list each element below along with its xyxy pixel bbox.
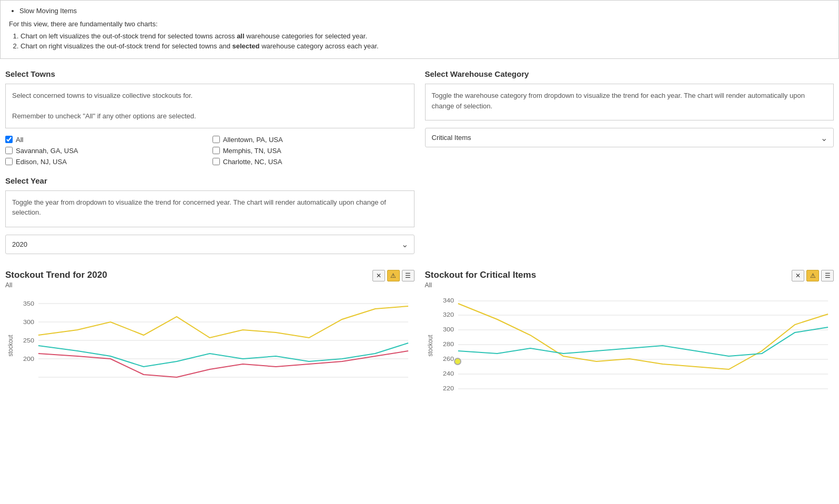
year-desc: Toggle the year from dropdown to visuali… (12, 197, 408, 218)
checkbox-memphis-label[interactable]: Memphis, TN, USA (223, 147, 281, 155)
svg-text:340: 340 (442, 297, 453, 304)
select-year-title: Select Year (5, 176, 415, 185)
svg-text:280: 280 (442, 340, 453, 347)
checkbox-charlotte[interactable] (213, 158, 220, 165)
checkbox-edison[interactable] (5, 158, 13, 165)
checkbox-edison-label[interactable]: Edison, NJ, USA (16, 158, 67, 166)
select-year-info: Toggle the year from dropdown to visuali… (5, 190, 415, 227)
checkbox-allentown-label[interactable]: Allentown, PA, USA (223, 136, 283, 144)
info-chart2: Chart on right visualizes the out-of-sto… (21, 42, 830, 50)
right-chart-icons: ✕ ⚠ ☰ (792, 270, 834, 281)
checkbox-item-all[interactable]: All (5, 136, 207, 144)
checkbox-allentown[interactable] (213, 136, 220, 143)
towns-desc-line2: Remember to uncheck "All" if any other o… (12, 111, 408, 122)
warehouse-desc: Toggle the warehouse category from dropd… (432, 90, 827, 111)
towns-desc-line1: Select concerned towns to visualize coll… (12, 90, 408, 101)
left-chart-subtitle: All (5, 281, 107, 289)
select-towns-title: Select Towns (5, 69, 415, 78)
right-chart-title: Stockout for Critical Items (425, 270, 537, 280)
left-chart-svg: 350 300 250 200 stockout (5, 293, 415, 398)
left-chart-x-icon[interactable]: ✕ (372, 270, 385, 281)
select-warehouse-title: Select Warehouse Category (425, 69, 834, 78)
checkbox-memphis[interactable] (213, 147, 220, 154)
year-dropdown[interactable]: 2020 2019 2018 2017 (5, 235, 415, 254)
svg-text:350: 350 (23, 300, 34, 307)
checkbox-item-allentown[interactable]: Allentown, PA, USA (213, 136, 415, 144)
left-chart-container: Stockout Trend for 2020 All ✕ ⚠ ☰ 350 30… (5, 270, 415, 398)
info-bullet: Slow Moving Items (19, 7, 830, 15)
right-chart-container: Stockout for Critical Items All ✕ ⚠ ☰ (425, 270, 834, 398)
left-chart-title-block: Stockout Trend for 2020 All (5, 270, 107, 289)
right-chart-svg: 340 320 300 280 260 240 220 stockout (425, 293, 834, 398)
right-chart-subtitle: All (425, 281, 537, 289)
year-dropdown-wrapper: 2020 2019 2018 2017 ⌄ (5, 235, 415, 254)
towns-checkbox-group: All Allentown, PA, USA Savannah, GA, USA… (5, 136, 415, 166)
left-chart-area: 350 300 250 200 stockout (5, 293, 415, 398)
select-year-section: Select Year Toggle the year from dropdow… (5, 176, 415, 254)
checkbox-all-label[interactable]: All (16, 136, 23, 144)
right-chart-title-block: Stockout for Critical Items All (425, 270, 537, 289)
select-warehouse-section: Select Warehouse Category Toggle the war… (425, 69, 834, 254)
right-chart-area: 340 320 300 280 260 240 220 stockout (425, 293, 834, 398)
left-chart-header: Stockout Trend for 2020 All ✕ ⚠ ☰ (5, 270, 415, 289)
warehouse-dropdown[interactable]: Critical Items Non-Critical Items Slow M… (425, 128, 834, 147)
right-chart-menu-icon[interactable]: ☰ (821, 270, 834, 281)
select-warehouse-info: Toggle the warehouse category from dropd… (425, 84, 834, 120)
select-towns-section: Select Towns Select concerned towns to v… (5, 69, 415, 254)
checkbox-charlotte-label[interactable]: Charlotte, NC, USA (223, 158, 282, 166)
checkbox-all[interactable] (5, 136, 13, 143)
svg-text:stockout: stockout (6, 334, 14, 356)
checkbox-item-memphis[interactable]: Memphis, TN, USA (213, 147, 415, 155)
svg-text:220: 220 (442, 385, 453, 391)
checkbox-item-edison[interactable]: Edison, NJ, USA (5, 158, 207, 166)
svg-text:240: 240 (442, 370, 453, 377)
checkbox-savannah[interactable] (5, 147, 13, 154)
svg-text:200: 200 (23, 355, 34, 362)
right-chart-warning-icon[interactable]: ⚠ (806, 270, 819, 281)
left-chart-icons: ✕ ⚠ ☰ (372, 270, 415, 281)
svg-text:320: 320 (442, 311, 453, 318)
checkbox-item-savannah[interactable]: Savannah, GA, USA (5, 147, 207, 155)
info-chart1: Chart on left visualizes the out-of-stoc… (21, 32, 830, 40)
svg-text:300: 300 (442, 326, 453, 332)
right-chart-x-icon[interactable]: ✕ (792, 270, 804, 281)
select-towns-info: Select concerned towns to visualize coll… (5, 84, 415, 128)
warehouse-dropdown-wrapper: Critical Items Non-Critical Items Slow M… (425, 128, 834, 147)
info-intro: For this view, there are fundamentally t… (9, 20, 830, 28)
svg-text:300: 300 (23, 318, 34, 325)
checkbox-item-charlotte[interactable]: Charlotte, NC, USA (213, 158, 415, 166)
checkbox-savannah-label[interactable]: Savannah, GA, USA (16, 147, 78, 155)
svg-text:250: 250 (23, 337, 34, 344)
left-chart-menu-icon[interactable]: ☰ (402, 270, 415, 281)
svg-text:260: 260 (442, 355, 453, 362)
left-chart-title: Stockout Trend for 2020 (5, 270, 107, 280)
info-box: Slow Moving Items For this view, there a… (0, 0, 839, 59)
left-chart-warning-icon[interactable]: ⚠ (387, 270, 400, 281)
svg-text:stockout: stockout (426, 334, 434, 356)
right-chart-header: Stockout for Critical Items All ✕ ⚠ ☰ (425, 270, 834, 289)
